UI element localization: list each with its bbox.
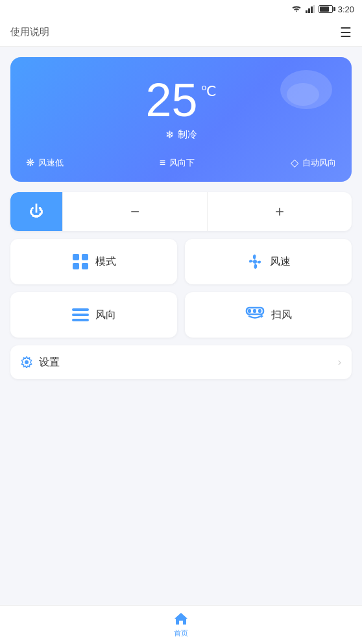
svg-rect-6 (73, 263, 79, 269)
nav-title: 使用说明 (10, 26, 49, 38)
temperature-value: 25 (145, 77, 197, 123)
svg-rect-11 (72, 319, 89, 321)
svg-rect-5 (82, 254, 88, 260)
svg-rect-7 (82, 263, 88, 269)
auto-wind-icon: ◇ (291, 156, 298, 169)
wind-direction-item: ≡ 风向下 (160, 157, 195, 169)
auto-wind-label: 自动风向 (302, 157, 336, 169)
svg-rect-3 (313, 5, 315, 13)
svg-rect-9 (72, 308, 89, 311)
wind-direction-button-label: 风向 (95, 308, 116, 322)
snowflake-icon: ❄ (165, 129, 174, 141)
status-bar: 3:20 (0, 0, 362, 18)
svg-rect-4 (73, 254, 79, 260)
menu-button[interactable]: ☰ (340, 25, 352, 40)
increase-temp-button[interactable]: + (208, 192, 352, 231)
auto-wind-item: ◇ 自动风向 (291, 156, 336, 169)
svg-point-17 (25, 360, 29, 364)
settings-icon (21, 356, 32, 368)
mode-row: ❄ 制冷 (26, 129, 336, 141)
home-nav-label: 首页 (174, 628, 188, 638)
fan-icon (247, 253, 263, 270)
wind-dir-icon (72, 308, 89, 321)
control-row: ⏻ − + (10, 192, 352, 231)
top-nav: 使用说明 ☰ (0, 18, 362, 47)
svg-rect-0 (306, 10, 308, 13)
ac-display-card: 25 ℃ ❄ 制冷 ❋ 风速低 ≡ 风向下 ◇ 自动风向 (10, 57, 352, 182)
sweep-button[interactable]: 扫风 (185, 292, 352, 338)
mode-button[interactable]: 模式 (10, 239, 177, 284)
home-icon (173, 612, 189, 626)
mode-text: 制冷 (178, 129, 197, 141)
wind-speed-item: ❋ 风速低 (26, 156, 64, 169)
sweep-label: 扫风 (271, 308, 292, 322)
decrease-temp-button[interactable]: − (63, 192, 207, 231)
wind-speed-label: 风速低 (38, 157, 64, 169)
temperature-row: 25 ℃ (26, 77, 336, 123)
main-content: 25 ℃ ❄ 制冷 ❋ 风速低 ≡ 风向下 ◇ 自动风向 ⏻ − (0, 47, 362, 390)
temperature-unit: ℃ (200, 83, 217, 100)
svg-rect-10 (72, 314, 89, 316)
mode-icon (72, 253, 89, 270)
settings-label: 设置 (39, 356, 338, 369)
bottom-nav: 首页 (0, 605, 362, 644)
power-button[interactable]: ⏻ (10, 192, 62, 231)
svg-rect-2 (311, 6, 313, 13)
wifi-icon (291, 5, 302, 13)
wind-direction-button[interactable]: 风向 (10, 292, 177, 338)
svg-marker-16 (261, 314, 263, 318)
wind-speed-icon: ❋ (26, 156, 34, 169)
settings-row[interactable]: 设置 › (10, 345, 352, 379)
svg-rect-1 (308, 8, 310, 13)
wind-speed-button-label: 风速 (270, 255, 291, 269)
sweep-icon (245, 306, 265, 323)
wind-direction-icon: ≡ (160, 157, 165, 169)
svg-rect-13 (248, 309, 251, 313)
mode-label: 模式 (95, 255, 116, 269)
svg-point-8 (253, 260, 257, 264)
home-nav-item[interactable]: 首页 (173, 612, 189, 638)
status-icons: 3:20 (291, 5, 354, 14)
ac-bottom-row: ❋ 风速低 ≡ 风向下 ◇ 自动风向 (26, 156, 336, 169)
wind-speed-button[interactable]: 风速 (185, 239, 352, 284)
battery-icon (319, 5, 333, 13)
svg-rect-14 (253, 309, 256, 313)
signal-icon (306, 5, 315, 13)
power-icon: ⏻ (29, 203, 43, 220)
time-display: 3:20 (338, 5, 354, 14)
chevron-right-icon: › (338, 356, 341, 368)
wind-direction-label: 风向下 (169, 157, 195, 169)
feature-grid: 模式 风速 风向 (10, 239, 352, 338)
svg-rect-15 (258, 309, 261, 313)
